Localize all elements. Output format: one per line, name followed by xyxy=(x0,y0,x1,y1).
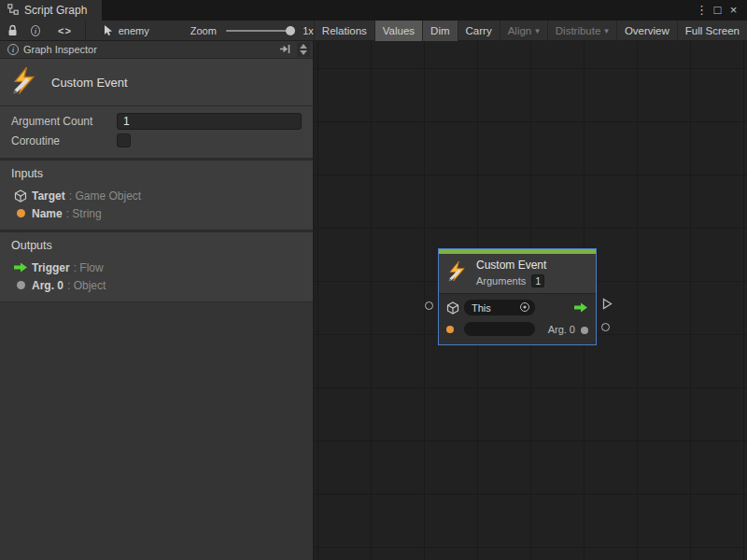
info-icon: i xyxy=(7,44,19,55)
custom-event-node[interactable]: Custom Event Arguments 1 This xyxy=(438,248,597,345)
zoom-value: 1x xyxy=(303,25,314,36)
custom-event-icon xyxy=(10,66,38,98)
port-name: Trigger xyxy=(32,261,70,274)
zoom-handle[interactable] xyxy=(286,26,295,35)
target-port[interactable] xyxy=(425,301,433,310)
code-icon[interactable]: <> xyxy=(58,25,72,36)
target-port-row: This xyxy=(439,297,596,318)
graph-canvas[interactable]: Custom Event Arguments 1 This xyxy=(314,41,747,560)
node-title: Custom Event xyxy=(476,259,546,272)
this-dropdown[interactable]: This xyxy=(464,300,535,315)
graph-inspector-panel: i Graph Inspector Custom Event Argument … xyxy=(0,41,314,560)
coroutine-checkbox[interactable] xyxy=(117,133,131,147)
port-row-arg0: Arg. 0 : Object xyxy=(9,276,303,294)
cube-icon xyxy=(9,189,32,203)
window-controls: ⋮ □ × xyxy=(694,0,747,21)
custom-event-icon xyxy=(446,260,468,286)
lock-icon[interactable] xyxy=(7,24,18,36)
arg0-label: Arg. 0 xyxy=(548,324,575,335)
scroll-down-icon[interactable] xyxy=(300,50,307,55)
menu-icon[interactable]: ⋮ xyxy=(694,0,710,21)
zoom-slider[interactable] xyxy=(226,30,294,32)
arg0-port[interactable] xyxy=(601,323,610,331)
argument-count-label: Argument Count xyxy=(11,115,117,128)
toolbar-button-overview[interactable]: Overview xyxy=(616,21,677,41)
inspector-empty-area xyxy=(0,301,313,560)
unit-title: Custom Event xyxy=(51,76,128,90)
string-dot-icon xyxy=(9,209,32,217)
port-row-name: Name : String xyxy=(9,204,303,222)
inputs-section: Inputs Target : Game Object Name : Strin… xyxy=(0,161,313,230)
unit-fields: Argument Count Coroutine xyxy=(0,106,313,158)
coroutine-row: Coroutine xyxy=(11,131,302,150)
flow-arrow-icon xyxy=(9,262,32,273)
arguments-count-badge: 1 xyxy=(531,274,544,287)
titlebar: Script Graph ⋮ □ × xyxy=(0,0,747,21)
name-input[interactable] xyxy=(464,322,535,336)
string-dot-icon xyxy=(446,326,464,333)
toolbar: i <> enemy Zoom 1x Relations Values Dim … xyxy=(0,21,747,41)
toolbar-separator xyxy=(85,21,86,40)
chevron-down-icon: ▾ xyxy=(535,26,540,35)
port-type: : Object xyxy=(67,279,106,292)
cube-icon xyxy=(446,301,464,315)
object-picker-icon[interactable] xyxy=(519,300,530,316)
toolbar-button-align[interactable]: Align▾ xyxy=(500,21,547,41)
coroutine-label: Coroutine xyxy=(11,134,117,147)
zoom-label: Zoom xyxy=(190,25,217,36)
arguments-label: Arguments xyxy=(476,275,526,287)
toolbar-button-distribute[interactable]: Distribute▾ xyxy=(547,21,616,41)
graph-inspector-title: Graph Inspector xyxy=(23,44,97,55)
toolbar-button-carry[interactable]: Carry xyxy=(458,21,500,41)
toolbar-button-fullscreen[interactable]: Full Screen xyxy=(677,21,747,41)
node-body: This Arg. 0 xyxy=(439,293,596,344)
name-port-row: Arg. 0 xyxy=(439,318,596,340)
port-type: : Game Object xyxy=(69,189,141,203)
target-object-label[interactable]: enemy xyxy=(119,25,149,36)
tab-title: Script Graph xyxy=(24,4,87,17)
object-dot-icon xyxy=(581,321,588,338)
port-row-trigger: Trigger : Flow xyxy=(9,259,303,276)
panel-scroll-spinner[interactable] xyxy=(297,42,310,57)
maximize-icon[interactable]: □ xyxy=(710,0,726,21)
outputs-section: Outputs Trigger : Flow Arg. 0 : Object xyxy=(0,232,313,301)
argument-count-row: Argument Count xyxy=(11,111,302,131)
toolbar-button-relations[interactable]: Relations xyxy=(314,21,374,41)
port-name: Arg. 0 xyxy=(32,279,63,292)
chevron-down-icon: ▾ xyxy=(604,26,609,35)
graph-inspector-header: i Graph Inspector xyxy=(0,41,313,59)
unit-header: Custom Event xyxy=(0,59,313,106)
object-dot-icon xyxy=(9,281,32,289)
pick-target-icon[interactable] xyxy=(103,24,114,36)
unity-script-graph-window: Script Graph ⋮ □ × i <> enemy Zoom 1x Re… xyxy=(0,0,747,560)
info-icon[interactable]: i xyxy=(31,25,40,36)
tab-script-graph[interactable]: Script Graph xyxy=(0,0,102,21)
port-type: : Flow xyxy=(74,261,104,274)
node-header[interactable]: Custom Event Arguments 1 xyxy=(439,254,596,293)
toolbar-button-values[interactable]: Values xyxy=(374,21,422,41)
scroll-up-icon[interactable] xyxy=(300,44,307,49)
port-row-target: Target : Game Object xyxy=(9,187,303,204)
inputs-title: Inputs xyxy=(11,167,303,180)
toolbar-buttons: Relations Values Dim Carry Align▾ Distri… xyxy=(314,21,747,41)
dock-panel-icon[interactable] xyxy=(279,44,291,56)
close-icon[interactable]: × xyxy=(726,0,741,21)
trigger-port[interactable] xyxy=(602,297,613,314)
trigger-flow-arrow-icon xyxy=(574,302,588,313)
argument-count-input[interactable] xyxy=(117,113,302,130)
script-graph-icon xyxy=(7,4,19,18)
port-name: Target xyxy=(32,189,65,203)
toolbar-button-dim[interactable]: Dim xyxy=(422,21,457,41)
port-name: Name xyxy=(32,207,63,220)
outputs-title: Outputs xyxy=(11,239,303,252)
port-type: : String xyxy=(66,207,102,220)
